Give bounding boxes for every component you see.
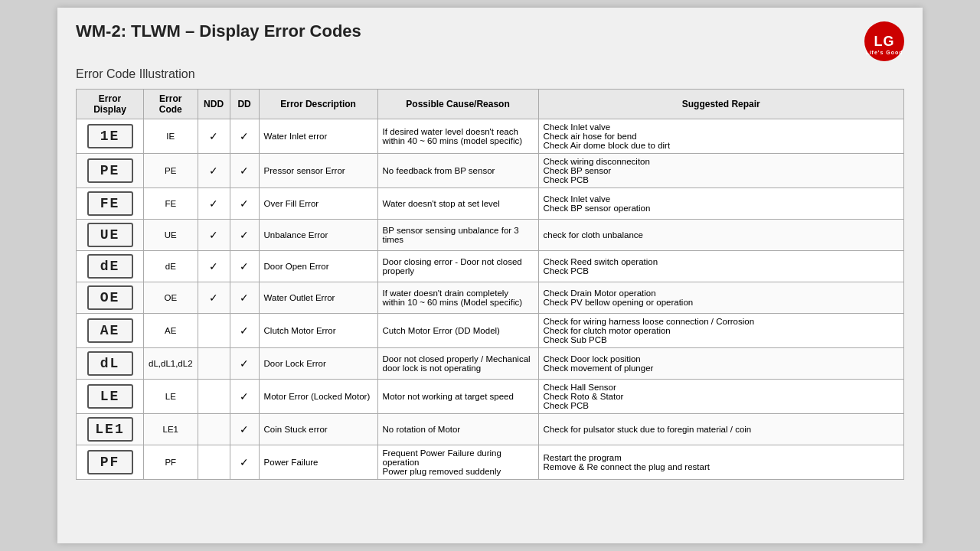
cell-ndd [198,414,230,445]
cell-display: PF [77,445,144,480]
cell-ndd: ✓ [198,282,230,314]
header-desc: Error Description [259,90,377,119]
cell-dd: ✓ [230,380,259,414]
cell-cause: If water doesn't drain completely within… [377,282,538,314]
cell-dd: ✓ [230,348,259,380]
cell-repair: check for cloth unbalance [538,220,903,251]
cell-ndd: ✓ [198,154,230,188]
cell-code: FE [144,188,198,220]
header-dd: DD [230,90,259,119]
cell-description: Motor Error (Locked Motor) [259,380,377,414]
cell-description: Door Lock Error [259,348,377,380]
cell-description: Clutch Motor Error [259,314,377,348]
header-cause: Possible Cause/Reason [377,90,538,119]
cell-cause: Door closing error - Door not closed pro… [377,251,538,282]
display-box: LE1 [87,417,133,442]
cell-code: IE [144,119,198,154]
cell-description: Unbalance Error [259,220,377,251]
cell-ndd [198,348,230,380]
table-row: PEPE✓✓Pressor sensor ErrorNo feedback fr… [77,154,904,188]
cell-dd: ✓ [230,251,259,282]
cell-dd: ✓ [230,154,259,188]
cell-ndd: ✓ [198,188,230,220]
table-row: AEAE✓Clutch Motor ErrorCutch Motor Error… [77,314,904,348]
cell-repair: Check for wiring harness loose connectio… [538,314,903,348]
header-repair: Suggested Repair [538,90,903,119]
cell-ndd: ✓ [198,119,230,154]
cell-ndd: ✓ [198,251,230,282]
lg-logo: LG Life's Good [864,21,904,61]
cell-code: PE [144,154,198,188]
table-row: dEdE✓✓Door Open ErrorDoor closing error … [77,251,904,282]
cell-cause: If desired water level doesn't reach wit… [377,119,538,154]
cell-dd: ✓ [230,414,259,445]
table-row: OEOE✓✓Water Outlet ErrorIf water doesn't… [77,282,904,314]
cell-ndd [198,314,230,348]
cell-repair: Check for pulsator stuck due to foregin … [538,414,903,445]
display-box: FE [87,191,133,216]
display-box: OE [87,285,133,310]
cell-code: UE [144,220,198,251]
cell-cause: Frequent Power Failure during operation … [377,445,538,480]
cell-dd: ✓ [230,445,259,480]
cell-ndd: ✓ [198,220,230,251]
page-header: WM-2: TLWM – Display Error Codes LG Life… [76,21,904,61]
cell-cause: BP sensor sensing unbalance for 3 times [377,220,538,251]
cell-dd: ✓ [230,314,259,348]
display-box: PE [87,158,133,183]
cell-code: AE [144,314,198,348]
cell-repair: Check Inlet valve Check BP sensor operat… [538,188,903,220]
cell-ndd [198,380,230,414]
cell-description: Pressor sensor Error [259,154,377,188]
cell-repair: Restart the program Remove & Re connect … [538,445,903,480]
table-row: UEUE✓✓Unbalance ErrorBP sensor sensing u… [77,220,904,251]
cell-display: dL [77,348,144,380]
display-box: 1E [87,124,133,148]
cell-description: Water Inlet error [259,119,377,154]
cell-cause: Door not closed properly / Mechanical do… [377,348,538,380]
cell-code: LE1 [144,414,198,445]
cell-description: Over Fill Error [259,188,377,220]
cell-cause: Water doesn't stop at set level [377,188,538,220]
cell-code: dE [144,251,198,282]
cell-display: OE [77,282,144,314]
cell-dd: ✓ [230,188,259,220]
display-box: dL [87,351,133,376]
cell-repair: Check Hall Sensor Check Roto & Stator Ch… [538,380,903,414]
cell-cause: No feedback from BP sensor [377,154,538,188]
table-row: LE1LE1✓Coin Stuck errorNo rotation of Mo… [77,414,904,445]
cell-display: UE [77,220,144,251]
table-row: LELE✓Motor Error (Locked Motor)Motor not… [77,380,904,414]
table-header-row: Error Display Error Code NDD DD Error De… [77,90,904,119]
cell-dd: ✓ [230,119,259,154]
cell-description: Coin Stuck error [259,414,377,445]
cell-display: dE [77,251,144,282]
table-row: 1EIE✓✓Water Inlet errorIf desired water … [77,119,904,154]
display-box: PF [87,450,133,474]
logo-tagline: Life's Good [865,50,903,55]
cell-display: FE [77,188,144,220]
display-box: dE [87,254,133,279]
cell-dd: ✓ [230,220,259,251]
header-code: Error Code [144,90,198,119]
cell-code: LE [144,380,198,414]
display-box: LE [87,384,133,409]
cell-repair: Check Door lock position Check movement … [538,348,903,380]
cell-code: OE [144,282,198,314]
cell-cause: Motor not working at target speed [377,380,538,414]
cell-repair: Check Drain Motor operation Check PV bel… [538,282,903,314]
cell-repair: Check wiring disconneciton Check BP sens… [538,154,903,188]
cell-display: PE [77,154,144,188]
display-box: AE [87,318,133,343]
cell-dd: ✓ [230,282,259,314]
main-page: WM-2: TLWM – Display Error Codes LG Life… [57,8,923,543]
cell-cause: No rotation of Motor [377,414,538,445]
cell-display: AE [77,314,144,348]
cell-description: Door Open Error [259,251,377,282]
cell-code: PF [144,445,198,480]
page-title: WM-2: TLWM – Display Error Codes [76,21,361,41]
cell-description: Water Outlet Error [259,282,377,314]
cell-description: Power Failure [259,445,377,480]
cell-repair: Check Reed switch operation Check PCB [538,251,903,282]
table-row: PFPF✓Power FailureFrequent Power Failure… [77,445,904,480]
